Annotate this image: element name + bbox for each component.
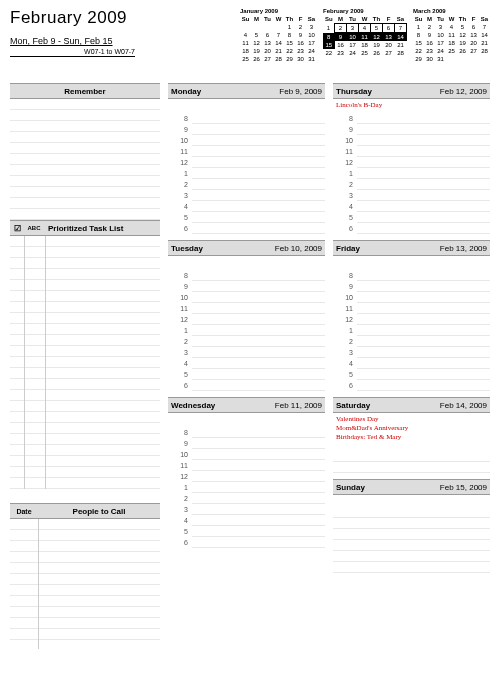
day-date: Feb 10, 2009	[275, 244, 322, 253]
mini-calendar: March 2009SuMTuWThFSa1234567891011121314…	[413, 8, 490, 65]
day-name: Friday	[336, 244, 360, 253]
day-name: Sunday	[336, 483, 365, 492]
day-name: Thursday	[336, 87, 372, 96]
day-events: Lincoln's B-Day	[333, 99, 490, 113]
people-date-col: Date	[10, 508, 38, 515]
day-block: SaturdayFeb 14, 2009Valentines DayMom&Da…	[333, 397, 490, 473]
week-code: W07-1 to W07-7	[10, 48, 135, 57]
abc-label: ABC	[24, 225, 44, 231]
people-title: People to Call	[38, 507, 160, 516]
day-block: MondayFeb 9, 200989101112123456	[168, 83, 325, 234]
mini-calendars: January 2009SuMTuWThFSa12345678910111213…	[240, 8, 490, 65]
mini-calendar: January 2009SuMTuWThFSa12345678910111213…	[240, 8, 317, 65]
day-events	[333, 495, 490, 507]
task-title: Prioritized Task List	[44, 224, 160, 233]
day-name: Wednesday	[171, 401, 215, 410]
day-block: ThursdayFeb 12, 2009Lincoln's B-Day89101…	[333, 83, 490, 234]
day-date: Feb 14, 2009	[440, 401, 487, 410]
day-column-1: MondayFeb 9, 200989101112123456TuesdayFe…	[168, 83, 325, 649]
page-title: February 2009	[10, 8, 240, 28]
day-date: Feb 11, 2009	[275, 401, 322, 410]
remember-header: Remember	[10, 83, 160, 99]
day-name: Saturday	[336, 401, 370, 410]
day-column-2: ThursdayFeb 12, 2009Lincoln's B-Day89101…	[333, 83, 490, 649]
day-date: Feb 13, 2009	[440, 244, 487, 253]
day-events	[168, 99, 325, 113]
task-header: ☑ ABC Prioritized Task List	[10, 220, 160, 236]
day-events	[333, 256, 490, 270]
day-block: SundayFeb 15, 2009	[333, 479, 490, 577]
day-date: Feb 9, 2009	[279, 87, 322, 96]
mini-calendar: February 2009SuMTuWThFSa1234567891011121…	[323, 8, 407, 65]
day-date: Feb 15, 2009	[440, 483, 487, 492]
people-body	[10, 519, 160, 649]
day-date: Feb 12, 2009	[440, 87, 487, 96]
day-events: Valentines DayMom&Dad's AnniversaryBirth…	[333, 413, 490, 451]
people-header: Date People to Call	[10, 503, 160, 519]
day-name: Monday	[171, 87, 201, 96]
day-events	[168, 256, 325, 270]
check-icon: ☑	[10, 224, 24, 233]
day-events	[168, 413, 325, 427]
task-body	[10, 236, 160, 489]
remember-body	[10, 99, 160, 220]
day-block: FridayFeb 13, 200989101112123456	[333, 240, 490, 391]
day-name: Tuesday	[171, 244, 203, 253]
date-range: Mon, Feb 9 - Sun, Feb 15	[10, 36, 240, 46]
day-block: WednesdayFeb 11, 200989101112123456	[168, 397, 325, 548]
day-block: TuesdayFeb 10, 200989101112123456	[168, 240, 325, 391]
